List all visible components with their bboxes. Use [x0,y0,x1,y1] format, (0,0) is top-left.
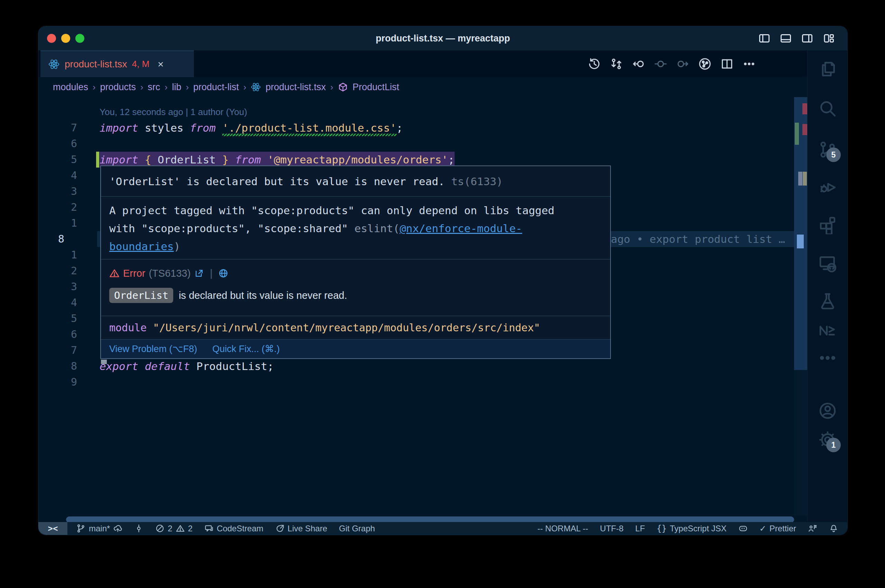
breadcrumb: modules › products › src › lib › product… [38,77,807,97]
line-number: 1 [38,215,77,231]
window-title: product-list.tsx — myreactapp [38,26,847,51]
overview-ruler[interactable] [794,97,808,516]
settings-gear-icon[interactable]: 1 [818,430,837,450]
explorer-icon[interactable] [818,59,837,79]
previous-change-icon[interactable] [632,57,645,70]
breadcrumb-item[interactable]: modules [53,82,88,93]
line-number: 8 [38,358,77,374]
gitlens-blame-annotation: You, 12 seconds ago | 1 author (You) [99,104,247,120]
more-actions-icon[interactable] [742,57,756,70]
codestream-status[interactable]: CodeStream [204,524,263,533]
toggle-panel-icon[interactable] [780,32,792,45]
account-icon[interactable] [818,401,837,420]
remote-indicator[interactable]: >< [38,522,68,535]
warning-triangle-icon [176,524,185,533]
eol-status[interactable]: LF [636,524,645,533]
problems-status[interactable]: 2 2 [155,524,192,533]
chip-message: is declared but its value is never read. [179,290,347,301]
eslint-source-prefix: eslint( [355,222,400,235]
open-changes-icon[interactable] [610,57,623,70]
git-commit-status[interactable] [134,524,143,533]
editor-actions [588,51,756,77]
error-circle-icon [155,524,165,533]
next-change-icon[interactable] [676,57,689,70]
search-icon[interactable] [818,99,837,118]
testing-beaker-icon[interactable] [818,292,837,311]
tab-close-icon[interactable]: × [158,58,164,70]
error-code: (TS6133) [149,268,191,279]
eslint-rule-link[interactable]: @nx/enforce-module- [400,222,522,235]
error-count: 2 [168,524,172,533]
error-hover-tooltip: 'OrderList' is declared but its value is… [100,165,611,359]
live-share-label: Live Share [288,524,328,533]
notifications-bell-icon[interactable] [829,524,838,533]
git-graph-status[interactable]: Git Graph [339,524,375,533]
external-link-icon[interactable] [194,268,204,279]
breadcrumb-item[interactable]: products [100,82,136,93]
separator: | [210,268,213,279]
language-status[interactable]: {} TypeScript JSX [657,524,727,533]
breadcrumb-item[interactable]: lib [172,82,182,93]
error-warning-triangle-icon [109,268,120,279]
view-problem-button[interactable]: View Problem (⌥F8) [109,344,197,354]
selection-mark [798,172,802,186]
activity-bar: 5 1 [807,51,847,522]
tab-bar: product-list.tsx 4, M × [38,51,807,77]
braces-icon: {} [657,524,667,533]
copilot-icon[interactable] [738,524,748,533]
check-icon: ✓ [760,524,766,533]
feedback-icon[interactable] [808,524,817,533]
nx-console-icon[interactable] [818,321,837,340]
extensions-icon[interactable] [818,215,837,234]
hover-resize-handle[interactable] [101,360,107,364]
eslint-rule-link[interactable]: boundaries [109,240,174,252]
prettier-status[interactable]: ✓ Prettier [760,524,796,533]
cursor-position-mark [797,235,804,248]
breadcrumb-file[interactable]: product-list.tsx [266,82,326,93]
titlebar: product-list.tsx — myreactapp [38,26,847,51]
branch-status[interactable]: main* [77,524,122,533]
timeline-icon[interactable] [588,57,601,70]
breadcrumb-separator: › [93,82,95,92]
quick-fix-button[interactable]: Quick Fix... (⌘.) [212,344,279,354]
run-debug-icon[interactable] [818,177,837,196]
customize-layout-icon[interactable] [822,32,835,45]
vim-mode-indicator[interactable]: -- NORMAL -- [537,524,588,533]
diagnostic-source [445,175,451,188]
split-editor-icon[interactable] [720,57,733,70]
current-change-icon[interactable] [654,57,667,70]
breadcrumb-symbol[interactable]: ProductList [353,82,399,93]
toggle-secondary-sidebar-icon[interactable] [801,32,813,45]
scm-badge: 5 [826,147,841,162]
line-number: 6 [38,136,77,152]
line-number: 1 [38,247,77,263]
breadcrumb-separator: › [243,82,246,92]
line-number: 7 [38,342,77,358]
globe-icon[interactable] [218,268,228,279]
remote-explorer-icon[interactable] [818,254,837,273]
code-line-import-styles: import styles from './product-list.modul… [99,120,403,136]
error-detail-section: Error(TS6133) | OrderList is declared bu… [101,260,610,316]
symbol-cube-icon [338,82,348,92]
line-number: 5 [38,152,77,168]
eslint-message: A project tagged with "scope:products" c… [101,196,610,260]
line-number: 9 [38,374,77,390]
tab-product-list[interactable]: product-list.tsx 4, M × [41,51,194,77]
breadcrumb-item[interactable]: product-list [193,82,239,93]
line-number: 4 [38,295,77,310]
codestream-label: CodeStream [217,524,263,533]
breadcrumb-separator: › [186,82,189,92]
encoding-status[interactable]: UTF-8 [600,524,624,533]
git-commit-icon [134,524,143,533]
more-views-icon[interactable] [818,348,837,368]
source-control-icon[interactable]: 5 [818,140,837,159]
line-number: 5 [38,310,77,327]
error-label: Error [123,268,145,279]
line-number: 4 [38,168,77,183]
live-share-status[interactable]: Live Share [275,524,328,533]
git-graph-view-icon[interactable] [698,57,711,70]
toggle-primary-sidebar-icon[interactable] [758,32,771,45]
diagnostic-message: 'OrderList' is declared but its value is… [101,166,610,196]
git-added-gutter-bar [96,152,99,168]
breadcrumb-item[interactable]: src [147,82,160,93]
